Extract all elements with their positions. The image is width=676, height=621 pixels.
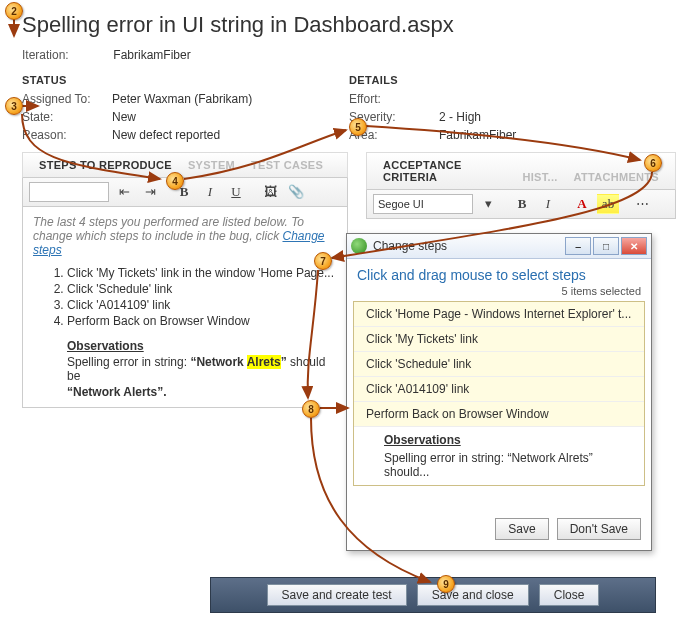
acc-toolbar: Segoe UI ▾ B I A ab ⋯: [366, 190, 676, 219]
callout-5: 5: [349, 118, 367, 136]
steps-body[interactable]: The last 4 steps you performed are liste…: [22, 207, 348, 408]
obs-q1: “Network: [190, 355, 246, 369]
steps-hint: The last 4 steps you performed are liste…: [33, 215, 337, 257]
effort-label: Effort:: [349, 92, 439, 106]
cs-row-0[interactable]: Click 'Home Page - Windows Internet Expl…: [354, 302, 644, 327]
callout-8: 8: [302, 400, 320, 418]
bottom-action-bar: Save and create test Save and close Clos…: [210, 577, 656, 613]
assigned-to-value: Peter Waxman (Fabrikam): [112, 92, 252, 106]
image-icon[interactable]: 🖼: [259, 182, 281, 202]
details-header: DETAILS: [349, 74, 658, 86]
highlight-icon[interactable]: ab: [597, 194, 619, 214]
tab-test-cases[interactable]: TEST CASES: [243, 157, 331, 173]
cs-selection-count: 5 items selected: [347, 283, 651, 301]
underline-icon[interactable]: U: [225, 182, 247, 202]
acc-italic-icon[interactable]: I: [537, 194, 559, 214]
acc-tabstrip: ACCEPTANCE CRITERIA HIST... ATTACHMENTS: [366, 152, 676, 190]
callout-3: 3: [5, 97, 23, 115]
state-label: State:: [22, 110, 112, 124]
details-section: DETAILS Effort: Severity:2 - High Area:F…: [349, 74, 676, 144]
area-value: FabrikamFiber: [439, 128, 516, 142]
step-1: Click 'My Tickets' link in the window 'H…: [67, 265, 337, 281]
state-value: New: [112, 110, 136, 124]
reason-label: Reason:: [22, 128, 112, 142]
cs-app-icon: [351, 238, 367, 254]
indent-icon[interactable]: ⇥: [139, 182, 161, 202]
observations-heading: Observations: [67, 339, 337, 353]
step-3: Click 'A014109' link: [67, 297, 337, 313]
cs-row-3[interactable]: Click 'A014109' link: [354, 377, 644, 402]
close-icon[interactable]: ✕: [621, 237, 647, 255]
font-color-icon[interactable]: A: [571, 194, 593, 214]
save-and-create-test-button[interactable]: Save and create test: [267, 584, 407, 606]
cs-title-text: Change steps: [373, 239, 447, 253]
tab-steps-to-reproduce[interactable]: STEPS TO REPRODUCE: [31, 157, 180, 173]
cs-row-4[interactable]: Perform Back on Browser Window: [354, 402, 644, 427]
cs-obs-heading: Observations: [384, 433, 632, 447]
callout-7: 7: [314, 252, 332, 270]
steps-toolbar: ⇤ ⇥ B I U 🖼 📎: [22, 178, 348, 207]
iteration-label: Iteration:: [22, 48, 110, 62]
cs-observations: Observations Spelling error in string: “…: [354, 427, 644, 485]
tab-system[interactable]: SYSTEM: [180, 157, 243, 173]
style-dropdown[interactable]: [29, 182, 109, 202]
callout-6: 6: [644, 154, 662, 172]
reason-value: New defect reported: [112, 128, 220, 142]
cs-save-button[interactable]: Save: [495, 518, 548, 540]
obs-text-a: Spelling error in string:: [67, 355, 190, 369]
cs-titlebar[interactable]: Change steps ‒ □ ✕: [347, 234, 651, 259]
steps-tabstrip: STEPS TO REPRODUCE SYSTEM TEST CASES: [22, 152, 348, 178]
outdent-icon[interactable]: ⇤: [113, 182, 135, 202]
minimize-icon[interactable]: ‒: [565, 237, 591, 255]
maximize-icon[interactable]: □: [593, 237, 619, 255]
close-button[interactable]: Close: [539, 584, 600, 606]
cs-row-1[interactable]: Click 'My Tickets' link: [354, 327, 644, 352]
tab-acceptance[interactable]: ACCEPTANCE CRITERIA: [375, 157, 515, 185]
font-dd-icon[interactable]: ▾: [477, 194, 499, 214]
cs-obs-detail: Spelling error in string: “Network Alret…: [384, 451, 632, 479]
font-dropdown[interactable]: Segoe UI: [373, 194, 473, 214]
acc-bold-icon[interactable]: B: [511, 194, 533, 214]
obs-line2: “Network Alerts”.: [67, 385, 167, 399]
italic-icon[interactable]: I: [199, 182, 221, 202]
iteration-row: Iteration: FabrikamFiber: [0, 48, 676, 74]
status-section: STATUS Assigned To:Peter Waxman (Fabrika…: [22, 74, 349, 144]
cs-subtitle: Click and drag mouse to select steps: [347, 259, 651, 283]
change-steps-window: Change steps ‒ □ ✕ Click and drag mouse …: [346, 233, 652, 551]
callout-2: 2: [5, 2, 23, 20]
steps-hint-text: The last 4 steps you performed are liste…: [33, 215, 304, 243]
attach-icon[interactable]: 📎: [285, 182, 307, 202]
status-header: STATUS: [22, 74, 331, 86]
observations-text: Spelling error in string: “Network Alret…: [67, 355, 337, 383]
severity-value: 2 - High: [439, 110, 481, 124]
callout-9: 9: [437, 575, 455, 593]
page-title: Spelling error in UI string in Dashboard…: [0, 0, 676, 48]
save-and-close-button[interactable]: Save and close: [417, 584, 529, 606]
assigned-to-label: Assigned To:: [22, 92, 112, 106]
iteration-value: FabrikamFiber: [113, 48, 190, 62]
more-icon[interactable]: ⋯: [631, 194, 653, 214]
cs-row-2[interactable]: Click 'Schedule' link: [354, 352, 644, 377]
cs-step-list[interactable]: Click 'Home Page - Windows Internet Expl…: [353, 301, 645, 486]
tab-history[interactable]: HIST...: [515, 169, 566, 185]
step-4: Perform Back on Browser Window: [67, 313, 337, 329]
callout-4: 4: [166, 172, 184, 190]
step-2: Click 'Schedule' link: [67, 281, 337, 297]
obs-highlight: Alrets: [247, 355, 281, 369]
cs-dont-save-button[interactable]: Don't Save: [557, 518, 641, 540]
